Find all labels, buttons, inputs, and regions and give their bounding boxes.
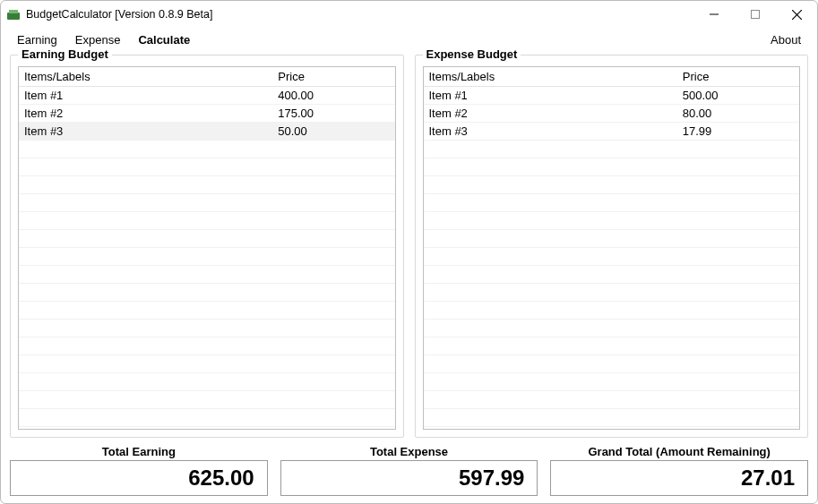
earning-header-price[interactable]: Price [274,70,394,83]
table-row[interactable]: Item #280.00 [424,105,800,123]
cell-price: 500.00 [679,89,799,102]
cell-item: Item #3 [424,124,679,138]
empty-row [424,409,800,427]
grand-total-value[interactable]: 27.01 [550,460,808,496]
empty-row [19,194,395,212]
table-row[interactable]: Item #1500.00 [424,87,800,105]
cell-item: Item #3 [19,124,274,138]
menu-about[interactable]: About [762,30,810,49]
empty-row [19,284,395,302]
grand-total-block: Grand Total (Amount Remaining) 27.01 [550,445,808,496]
cell-price: 400.00 [274,89,394,102]
empty-row [424,158,800,176]
minimize-button[interactable] [693,1,735,28]
menubar: Earning Expense Calculate About [1,28,817,51]
app-window: BudgetCalculator [Version 0.8.9 Beta] Ea… [0,0,818,504]
empty-row [424,248,800,266]
empty-row [19,409,395,427]
panels-row: Earning Budget Items/Labels Price Item #… [10,55,808,438]
close-icon [792,10,802,20]
window-title: BudgetCalculator [Version 0.8.9 Beta] [26,8,212,21]
maximize-icon [751,10,760,19]
empty-row [19,391,395,409]
cell-item: Item #2 [424,107,679,120]
titlebar: BudgetCalculator [Version 0.8.9 Beta] [1,1,817,28]
total-earning-label: Total Earning [102,445,176,458]
empty-row [424,320,800,337]
grand-total-label: Grand Total (Amount Remaining) [588,445,770,458]
empty-row [424,194,800,212]
empty-row [424,355,800,373]
cell-price: 50.00 [274,124,394,138]
cell-item: Item #1 [19,89,274,102]
empty-row [424,230,800,248]
cell-price: 17.99 [679,124,799,138]
empty-row [424,266,800,284]
empty-row [424,284,800,302]
empty-row [19,212,395,230]
cell-price: 80.00 [679,107,799,120]
svg-rect-0 [7,13,20,20]
empty-row [19,355,395,373]
app-icon [6,7,21,21]
total-earning-block: Total Earning 625.00 [10,445,268,496]
earning-legend: Earning Budget [18,47,112,61]
empty-row [19,230,395,248]
empty-row [19,266,395,284]
empty-row [424,141,800,158]
empty-row [424,212,800,230]
maximize-button[interactable] [735,1,776,28]
close-button[interactable] [776,1,817,28]
cell-item: Item #1 [424,89,679,102]
earning-grid[interactable]: Items/Labels Price Item #1400.00Item #21… [18,66,396,430]
expense-grid-header: Items/Labels Price [424,67,800,87]
empty-row [424,337,800,355]
content-area: Earning Budget Items/Labels Price Item #… [1,51,817,503]
earning-header-item[interactable]: Items/Labels [19,70,274,83]
menu-earning[interactable]: Earning [8,30,66,49]
totals-row: Total Earning 625.00 Total Expense 597.9… [10,445,808,496]
empty-row [19,141,395,158]
svg-rect-1 [9,10,18,13]
total-earning-value[interactable]: 625.00 [10,460,268,496]
cell-item: Item #2 [19,107,274,120]
empty-row [424,302,800,320]
table-row[interactable]: Item #2175.00 [19,105,395,123]
earning-grid-header: Items/Labels Price [19,67,395,87]
expense-header-item[interactable]: Items/Labels [424,70,679,83]
earning-grid-body: Item #1400.00Item #2175.00Item #350.00 [19,87,395,429]
total-expense-block: Total Expense 597.99 [280,445,538,496]
cell-price: 175.00 [274,107,394,120]
expense-header-price[interactable]: Price [679,70,799,83]
empty-row [424,391,800,409]
total-expense-value[interactable]: 597.99 [280,460,538,496]
empty-row [424,176,800,194]
empty-row [19,373,395,391]
empty-row [424,373,800,391]
empty-row [19,176,395,194]
empty-row [19,337,395,355]
table-row[interactable]: Item #317.99 [424,123,800,141]
expense-grid-body: Item #1500.00Item #280.00Item #317.99 [424,87,800,429]
total-expense-label: Total Expense [370,445,448,458]
empty-row [19,302,395,320]
table-row[interactable]: Item #1400.00 [19,87,395,105]
empty-row [19,248,395,266]
expense-legend: Expense Budget [423,47,521,61]
menu-expense[interactable]: Expense [66,30,130,49]
svg-rect-3 [752,11,760,19]
expense-groupbox: Expense Budget Items/Labels Price Item #… [415,55,809,438]
empty-row [19,158,395,176]
minimize-icon [710,10,719,19]
empty-row [19,320,395,337]
menu-calculate[interactable]: Calculate [129,30,199,49]
table-row[interactable]: Item #350.00 [19,123,395,141]
expense-grid[interactable]: Items/Labels Price Item #1500.00Item #28… [423,66,801,430]
earning-groupbox: Earning Budget Items/Labels Price Item #… [10,55,404,438]
